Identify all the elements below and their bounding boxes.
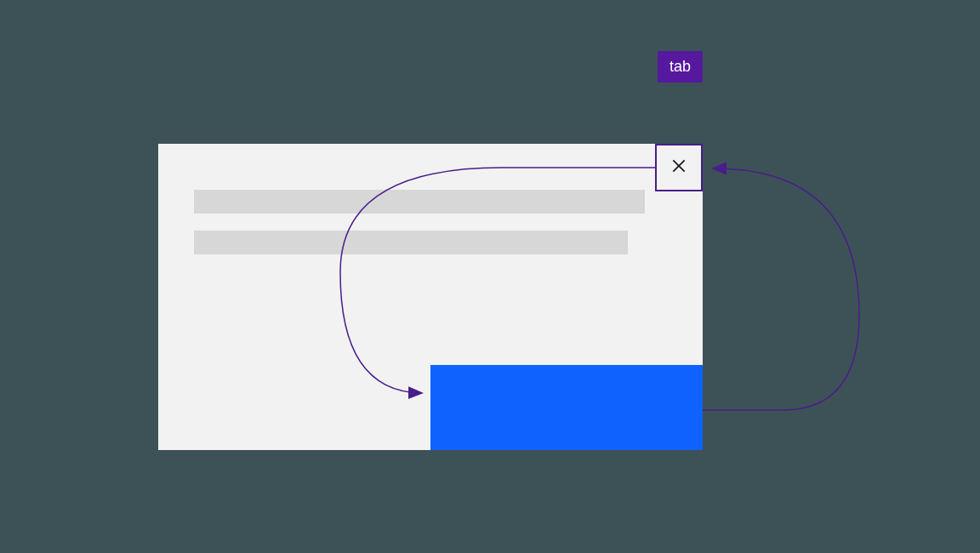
- arrow-primary-to-close: [703, 168, 859, 410]
- primary-action-button[interactable]: [430, 365, 703, 450]
- close-button[interactable]: [655, 144, 703, 191]
- close-icon: [670, 157, 687, 178]
- content-placeholder-line: [194, 231, 628, 254]
- tab-key-badge: tab: [658, 51, 703, 83]
- tab-badge-label: tab: [669, 58, 691, 75]
- content-placeholder-line: [194, 190, 645, 214]
- modal-dialog: [158, 144, 703, 450]
